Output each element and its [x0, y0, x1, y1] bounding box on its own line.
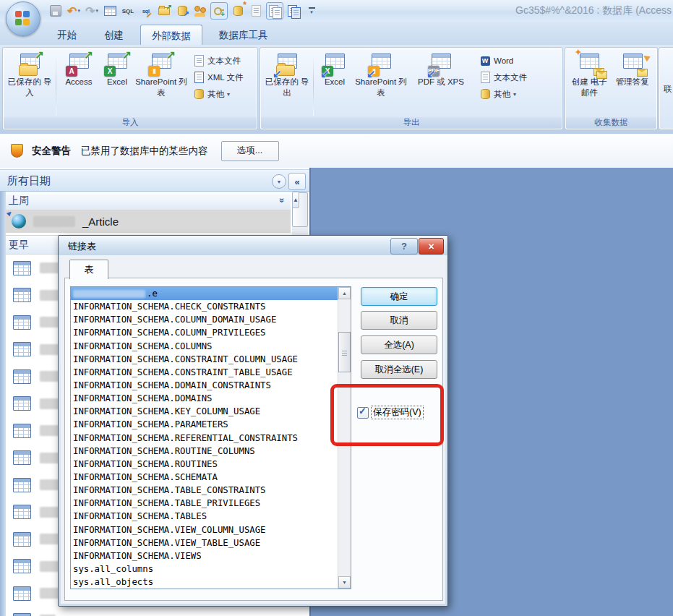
table-icon	[13, 424, 31, 438]
redo-icon[interactable]: ↷▾	[84, 3, 100, 19]
undo-icon[interactable]: ↶▾	[66, 3, 82, 19]
import-text-file-button[interactable]: 文本文件	[193, 54, 243, 68]
table-list-item[interactable]: INFORMATION_SCHEMA.COLUMNS	[71, 340, 338, 353]
table-list-item[interactable]: INFORMATION_SCHEMA.DOMAIN_CONSTRAINTS	[71, 379, 338, 392]
select-all-button[interactable]: 全选(A)	[361, 335, 437, 354]
database-icon	[193, 88, 205, 100]
word-icon: W	[479, 55, 491, 67]
scroll-down-icon[interactable]: ▼	[338, 576, 351, 589]
table-list-item[interactable]: INFORMATION_SCHEMA.COLUMN_PRIVILEGES	[71, 326, 338, 339]
manage-replies-button[interactable]: ▶ 管理答复	[611, 51, 654, 87]
table-list-item[interactable]: INFORMATION_SCHEMA.CHECK_CONSTRAINTS	[71, 300, 338, 313]
table-list-item[interactable]: INFORMATION_SCHEMA.TABLES	[71, 510, 338, 523]
export-word-button[interactable]: W Word	[479, 54, 527, 68]
export-pdf-xps-button[interactable]: PDF↙ PDF 或 XPS	[408, 51, 473, 87]
redacted-text	[73, 290, 145, 298]
nav-item-blog[interactable]: _Blog	[6, 607, 291, 616]
import-access-button[interactable]: A↗ Access	[59, 51, 99, 87]
table-list-item[interactable]: INFORMATION_SCHEMA.PARAMETERS	[71, 418, 338, 431]
nav-menu-dropdown[interactable]: ▼	[272, 174, 286, 189]
table-list-item[interactable]: sys.all_objects	[71, 576, 338, 589]
collapse-group-icon[interactable]: »	[278, 198, 288, 203]
table-list-item[interactable]: .e	[71, 287, 338, 300]
table-list-item[interactable]: sys.all_columns	[71, 562, 338, 576]
nav-item-article[interactable]: _Article	[6, 210, 291, 233]
table-list-item[interactable]: INFORMATION_SCHEMA.VIEWS	[71, 549, 338, 562]
table-list-item[interactable]: INFORMATION_SCHEMA.COLUMN_DOMAIN_USAGE	[71, 313, 338, 326]
export-more-button[interactable]: 其他▾	[479, 87, 527, 101]
tables-listbox[interactable]: .e INFORMATION_SCHEMA.CHECK_CONSTRAINTS …	[70, 286, 351, 589]
user-permissions-icon[interactable]	[192, 3, 208, 19]
scrollbar-thumb[interactable]	[338, 332, 351, 372]
nav-pane-title: 所有日期	[7, 174, 51, 188]
table-list-item[interactable]: INFORMATION_SCHEMA.CONSTRAINT_TABLE_USAG…	[71, 366, 338, 379]
export-sharepoint-button[interactable]: |||↙ SharePoint 列表	[353, 51, 408, 98]
table-list-item[interactable]: INFORMATION_SCHEMA.ROUTINES	[71, 458, 338, 471]
save-password-row[interactable]: 保存密码(V)	[357, 406, 423, 419]
table-icon	[13, 450, 31, 465]
table-list-item[interactable]: INFORMATION_SCHEMA.TABLE_CONSTRAINTS	[71, 484, 338, 497]
saved-exports-button[interactable]: ↙ 已保存的 导出	[263, 51, 311, 98]
dialog-tab-page: .e INFORMATION_SCHEMA.CHECK_CONSTRAINTS …	[64, 278, 443, 601]
table-list-item[interactable]: INFORMATION_SCHEMA.VIEW_TABLE_USAGE	[71, 536, 338, 549]
import-xml-file-button[interactable]: XML 文件	[193, 70, 243, 85]
import-excel-button[interactable]: X↗ Excel	[99, 51, 135, 87]
scroll-up-icon[interactable]: ▲	[338, 287, 351, 299]
table-list-item[interactable]: INFORMATION_SCHEMA.TABLE_PRIVILEGES	[71, 497, 338, 510]
dialog-close-button[interactable]: ×	[419, 238, 444, 254]
export-text-file-button[interactable]: 文本文件	[479, 70, 527, 85]
manage-keys-icon[interactable]	[210, 2, 228, 20]
ribbon-tab[interactable]: 数据库工具	[208, 25, 279, 45]
import-sharepoint-button[interactable]: |||↗ SharePoint 列表	[135, 51, 187, 98]
access-window: ↶▾ ↷▾ SQL sql ↗ ↗ ▾ Gc35$#%^&2016 : 数据库 …	[0, 0, 673, 616]
nav-pane-header[interactable]: 所有日期 ▼ «	[0, 169, 309, 192]
property-sheet-icon[interactable]: ↗	[156, 3, 172, 19]
table-icon	[13, 586, 31, 601]
security-options-button[interactable]: 选项...	[221, 141, 279, 161]
sql-view-icon[interactable]: SQL	[120, 3, 136, 19]
create-email-button[interactable]: ✦ 创建 电子邮件	[568, 51, 611, 98]
ribbon-tab-bar: 开始 创建 外部数据 数据库工具	[0, 22, 673, 46]
security-warning-title: 安全警告	[32, 145, 71, 158]
table-list-item[interactable]: INFORMATION_SCHEMA.VIEW_COLUMN_USAGE	[71, 523, 338, 536]
ribbon-group-export: ↙ 已保存的 导出 X↙ Excel |||↙ SharePoint 列表 PD…	[260, 47, 563, 130]
new-object-icon[interactable]	[230, 3, 246, 19]
table-list-item[interactable]: INFORMATION_SCHEMA.DOMAINS	[71, 392, 338, 405]
cancel-button[interactable]: 取消	[361, 311, 437, 330]
customize-qat-icon[interactable]: ▾	[304, 3, 320, 19]
table-icon	[13, 261, 31, 275]
nav-collapse-button[interactable]: «	[288, 173, 306, 190]
scroll-up-icon[interactable]: ▲	[292, 192, 299, 208]
office-button[interactable]	[6, 1, 40, 36]
table-list-item[interactable]: INFORMATION_SCHEMA.ROUTINE_COLUMNS	[71, 445, 338, 458]
nav-group-last-week[interactable]: 上周 »	[6, 192, 291, 210]
table-list-item[interactable]: INFORMATION_SCHEMA.REFERENTIAL_CONSTRAIN…	[71, 432, 338, 445]
ok-button[interactable]: 确定	[361, 287, 437, 306]
ribbon-tab[interactable]: 创建	[93, 25, 134, 45]
table-list-item[interactable]: INFORMATION_SCHEMA.SCHEMATA	[71, 471, 338, 484]
redacted-label	[33, 216, 75, 227]
import-more-button[interactable]: 其他▾	[193, 87, 243, 101]
import-database-icon[interactable]: ↗	[174, 3, 190, 19]
save-password-checkbox[interactable]	[357, 407, 369, 419]
dialog-body: 表 .e INFORMATION_SCHEMA.CHECK_CONSTRAINT…	[61, 255, 445, 604]
print-preview-icon[interactable]	[286, 3, 301, 19]
table-icon	[13, 505, 31, 519]
group-label-import: 导入	[4, 117, 257, 129]
saved-imports-button[interactable]: ↗ 已保存的 导入	[6, 51, 53, 98]
dialog-titlebar: 链接表	[59, 236, 447, 255]
datasheet-view-icon[interactable]	[102, 3, 118, 19]
table-list-item[interactable]: INFORMATION_SCHEMA.KEY_COLUMN_USAGE	[71, 405, 338, 418]
sql-design-icon[interactable]: sql	[138, 3, 154, 19]
table-list-item[interactable]: INFORMATION_SCHEMA.CONSTRAINT_COLUMN_USA…	[71, 353, 338, 366]
switch-windows-icon[interactable]	[266, 2, 283, 20]
security-shield-icon	[11, 144, 23, 158]
dialog-help-button[interactable]: ?	[390, 238, 418, 254]
deselect-all-button[interactable]: 取消全选(E)	[361, 360, 437, 379]
tab-tables[interactable]: 表	[69, 260, 108, 279]
insert-page-icon[interactable]	[248, 3, 264, 19]
ribbon-tab[interactable]: 外部数据	[140, 25, 202, 45]
save-icon[interactable]	[48, 3, 64, 19]
ribbon-tab[interactable]: 开始	[46, 25, 87, 45]
export-excel-button[interactable]: X↙ Excel	[316, 51, 353, 87]
